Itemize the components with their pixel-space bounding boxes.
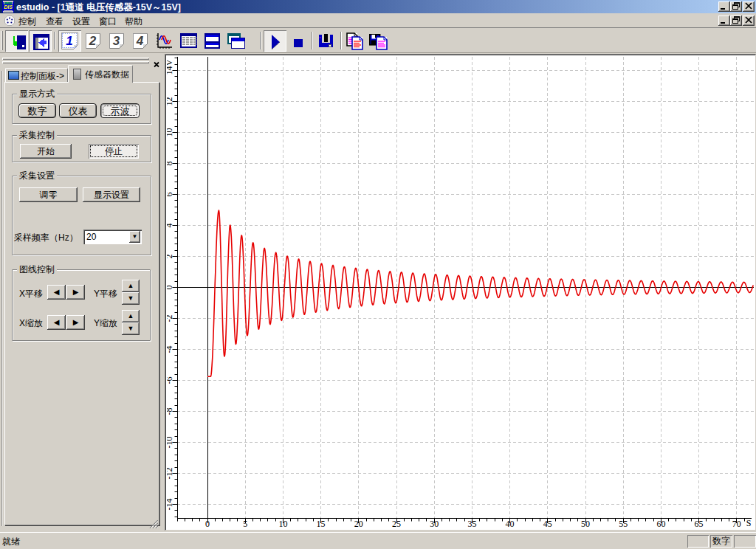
svg-text:12: 12	[167, 97, 174, 106]
svg-text:-12: -12	[167, 468, 174, 480]
svg-text:10: 10	[278, 519, 287, 529]
svg-text:10: 10	[167, 128, 174, 137]
svg-text:4: 4	[136, 34, 144, 48]
svg-text:70: 70	[732, 519, 741, 529]
svg-text:V: V	[167, 59, 174, 66]
svg-text:1: 1	[66, 34, 72, 48]
svg-text:25: 25	[392, 519, 401, 529]
svg-text:0: 0	[167, 286, 174, 290]
svg-text:2: 2	[167, 255, 174, 259]
svg-text:-6: -6	[167, 377, 174, 384]
svg-text:6: 6	[167, 193, 174, 197]
svg-text:30: 30	[430, 519, 439, 529]
svg-text:2: 2	[89, 34, 97, 48]
svg-text:0: 0	[205, 519, 210, 529]
svg-text:-4: -4	[167, 346, 174, 353]
svg-text:15: 15	[317, 519, 326, 529]
svg-text:DIS: DIS	[4, 4, 13, 10]
svg-text:45: 45	[543, 519, 552, 529]
svg-text:55: 55	[619, 519, 628, 529]
svg-text:3: 3	[113, 34, 120, 48]
svg-text:40: 40	[506, 519, 515, 529]
svg-text:4: 4	[167, 224, 174, 228]
svg-text:-14: -14	[167, 499, 174, 511]
svg-text:20: 20	[354, 519, 363, 529]
svg-text:65: 65	[695, 519, 704, 529]
svg-text:60: 60	[656, 519, 665, 529]
svg-text:35: 35	[467, 519, 476, 529]
svg-text:50: 50	[581, 519, 590, 529]
svg-text:-8: -8	[167, 408, 174, 415]
svg-text:-2: -2	[167, 315, 174, 322]
svg-text:8: 8	[167, 162, 174, 166]
svg-text:S: S	[746, 518, 752, 528]
svg-text:14: 14	[167, 66, 174, 75]
svg-text:5: 5	[243, 519, 247, 529]
svg-text:-10: -10	[167, 437, 174, 449]
